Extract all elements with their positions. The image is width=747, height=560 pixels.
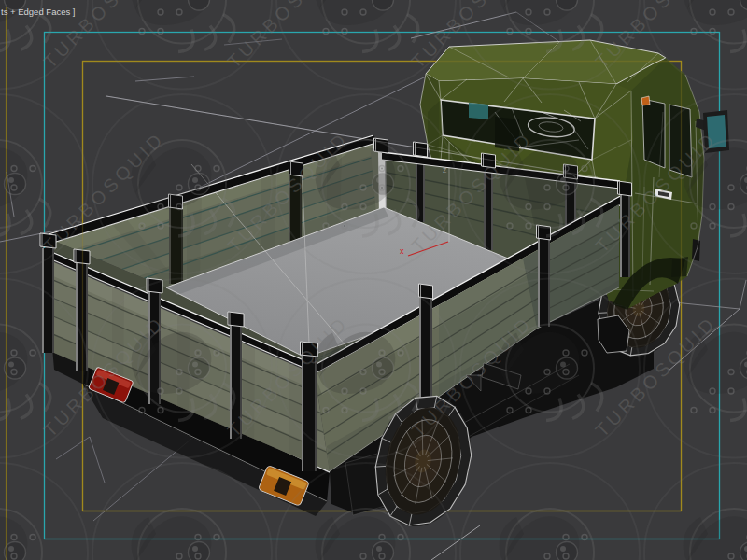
svg-text:x: x	[400, 246, 404, 256]
svg-text:ts + Edged Faces ]: ts + Edged Faces ]	[1, 7, 75, 17]
